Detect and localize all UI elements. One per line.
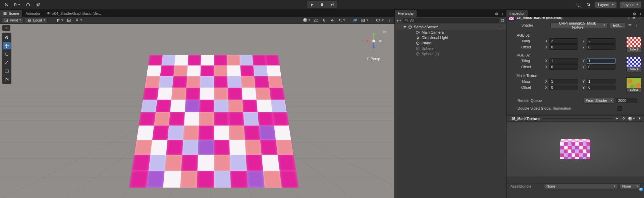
shading-mode-dropdown[interactable] (302, 17, 311, 23)
hierarchy-filter-button[interactable] (500, 18, 504, 23)
tab-hierarchy[interactable]: Hierarchy (395, 10, 417, 17)
tab-animator[interactable]: Animator (22, 10, 44, 17)
rgb02-tiling-x-field[interactable]: 1 (549, 58, 578, 64)
chevron-down-icon (636, 186, 638, 187)
layers-dropdown[interactable]: Layers (595, 1, 617, 8)
preview-splitter[interactable] (542, 118, 612, 119)
kebab-icon[interactable]: ⋮ (639, 11, 642, 15)
rotate-tool[interactable] (3, 50, 11, 58)
services-gear-button[interactable] (35, 1, 42, 8)
camera-settings-dropdown[interactable] (375, 17, 385, 23)
tab-scene[interactable]: Scene (0, 10, 22, 17)
pause-button[interactable] (317, 1, 327, 8)
account-menu-button[interactable]: R (13, 1, 21, 8)
rgb02-select-button[interactable]: Select (627, 67, 641, 72)
kebab-icon[interactable]: ⋮ (638, 17, 642, 20)
layout-dropdown[interactable]: Layout (620, 1, 641, 8)
move-tool[interactable] (3, 42, 11, 49)
assetbundle-name-dropdown[interactable]: None (544, 184, 618, 189)
kebab-icon[interactable]: ⋮ (634, 23, 638, 28)
grid-axis-dropdown[interactable] (360, 17, 369, 23)
mask-offset-x-field[interactable]: 0 (549, 85, 578, 90)
kebab-icon[interactable]: ⋮ (501, 11, 504, 15)
rgb01-tiling-y-field[interactable]: 2 (587, 38, 615, 44)
render-queue-dropdown[interactable]: From Shader (584, 98, 614, 104)
render-queue-number-field[interactable]: 2000 (616, 98, 637, 103)
chevron-down-icon (613, 186, 615, 187)
lighting-toggle[interactable] (321, 17, 327, 23)
scene-overflow-menu[interactable]: ⋮ (386, 17, 393, 23)
mask-select-button[interactable]: Select (627, 88, 641, 92)
snap-settings-dropdown[interactable] (74, 17, 83, 23)
assetbundle-variant-dropdown[interactable]: None (620, 184, 641, 189)
rgb02-offset-x-field[interactable]: 0 (549, 64, 578, 70)
lock-icon[interactable] (633, 11, 636, 15)
rgb01-texture-thumbnail[interactable]: Select (626, 37, 641, 52)
pivot-dropdown[interactable]: Pivot (2, 17, 23, 23)
mask-texture-thumbnail[interactable]: Select (626, 77, 641, 92)
effects-dropdown[interactable] (337, 17, 346, 23)
tab-inspector[interactable]: Inspector (506, 10, 528, 17)
cloud-button[interactable] (24, 1, 32, 8)
hierarchy-item-sphere[interactable]: Sphere (395, 46, 506, 51)
lock-icon[interactable] (495, 11, 498, 15)
rgb01-offset-y-field[interactable]: 0 (587, 44, 615, 50)
shader-value: URPTraining/15_Mask Texture (553, 21, 602, 29)
version-control-button[interactable] (575, 1, 582, 8)
search-button[interactable] (585, 1, 592, 8)
rect-tool[interactable] (3, 67, 11, 75)
rgb01-tiling-x-field[interactable]: 2 (549, 38, 578, 44)
rgb02-texture-thumbnail[interactable]: Select (626, 57, 641, 72)
scene-plane[interactable] (129, 55, 299, 188)
scene-visibility-toggle[interactable] (352, 17, 359, 23)
rgb01-offset-x-field[interactable]: 0 (549, 44, 578, 50)
lightbulb-icon[interactable] (622, 117, 626, 121)
play-button[interactable] (307, 1, 317, 8)
preview-shape-icon[interactable] (628, 117, 632, 121)
material-preview-header[interactable]: 15_MaskTexture ⋮ (506, 115, 644, 121)
rgb01-select-button[interactable]: Select (627, 47, 641, 52)
account-avatar-button[interactable] (3, 1, 10, 8)
double-sided-checkbox[interactable] (618, 106, 622, 111)
foldout-arrow-icon[interactable] (404, 26, 406, 28)
tab-shadergraph[interactable]: #04_ShaderGraphBasic (de... (44, 10, 104, 17)
grid-visibility-dropdown[interactable] (55, 17, 64, 23)
2d-toggle[interactable]: 2D (313, 17, 319, 23)
rgb02-tiling-y-field[interactable]: 1 (587, 58, 615, 64)
hierarchy-scene-row[interactable]: SampleScene* ⋮ (395, 24, 506, 30)
hierarchy-search-input[interactable]: All (402, 18, 499, 23)
tools-overflow-button[interactable]: ≡ (2, 25, 10, 31)
help-icon[interactable]: ? (628, 17, 630, 19)
step-button[interactable] (327, 1, 337, 8)
viewport-lock-icon[interactable] (382, 29, 386, 34)
rgb02-offset-y-field[interactable]: 0 (587, 64, 615, 70)
hierarchy-item-sphere-1[interactable]: Sphere (1) (395, 51, 506, 56)
hierarchy-item-directional-light[interactable]: Directional Light (395, 35, 506, 40)
material-preview-area[interactable] (506, 121, 644, 176)
scene-options-button[interactable]: ⋮ (499, 25, 503, 29)
create-object-button[interactable]: + (396, 18, 401, 23)
scale-tool[interactable] (3, 59, 11, 66)
audio-toggle[interactable] (329, 17, 335, 23)
presets-icon[interactable] (632, 17, 636, 19)
mask-offset-y-field[interactable]: 0 (587, 85, 615, 90)
kebab-icon[interactable]: ⋮ (638, 116, 641, 121)
sliders-icon[interactable] (628, 23, 632, 27)
mask-tiling-x-field[interactable]: 1 (549, 79, 578, 84)
light-icon (416, 36, 420, 40)
shader-dropdown[interactable]: URPTraining/15_Mask Texture (550, 23, 608, 28)
gizmo-z-label: z (372, 50, 374, 54)
view-hand-tool[interactable] (3, 34, 11, 41)
snap-toggle[interactable] (66, 17, 72, 23)
shaded-sphere-icon (303, 18, 307, 22)
layers-label: Layers (598, 3, 609, 7)
shader-edit-button[interactable]: Edit... (610, 23, 625, 28)
transform-tool[interactable] (3, 76, 11, 83)
projection-mode-label[interactable]: Persp (359, 57, 388, 61)
hierarchy-item-plane[interactable]: Plane (395, 40, 506, 46)
play-icon[interactable] (615, 117, 619, 120)
mask-tiling-y-field[interactable]: 1 (587, 79, 615, 84)
scene-viewport[interactable]: ≡ (0, 24, 394, 198)
hierarchy-item-main-camera[interactable]: Main Camera (395, 30, 506, 35)
local-dropdown[interactable]: Local (25, 17, 47, 23)
